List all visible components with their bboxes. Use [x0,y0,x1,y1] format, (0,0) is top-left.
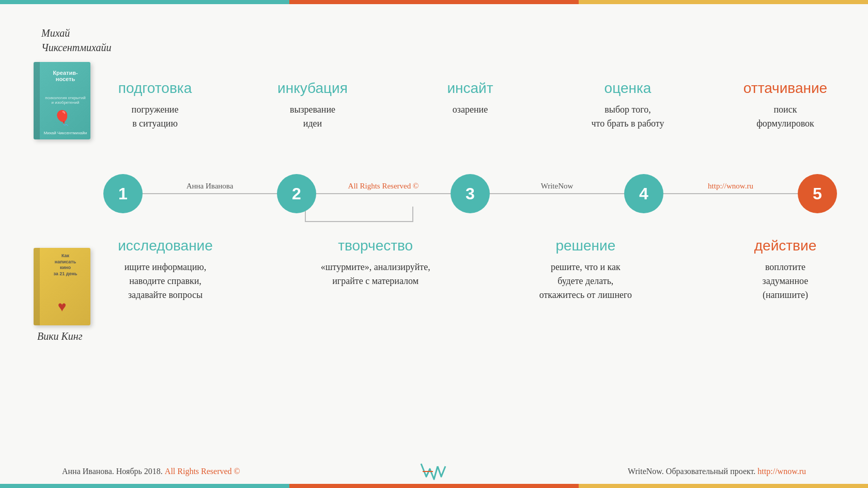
book-top-title: Креатив-носеть [43,70,88,82]
step-col-5: оттачивание поискформулировок [734,80,837,131]
step-2-desc: вызреваниеидеи [290,103,335,131]
author-top: Михай Чиксентмихайи [41,26,112,55]
step-bottom-1-desc: ищите информацию,наводите справки,задава… [125,260,207,302]
book-top-balloon: 🎈 [53,109,71,127]
step-col-1: подготовка погружениев ситуацию [103,80,207,131]
footer-logo [419,461,450,482]
timeline-label-3: WriteNow [541,182,574,191]
top-bar-orange [289,0,579,4]
footer-right: WriteNow. Образовательный проект. http:/… [628,467,806,476]
step-bottom-3-title: решение [555,238,615,254]
step-2-title: инкубация [277,80,348,97]
step-bottom-4-title: действие [754,238,816,254]
timeline-label-1: Анна Иванова [187,182,234,191]
step-bottom-2-desc: «штурмите», анализируйте,играйте с матер… [321,260,430,288]
circle-1: 1 [103,174,143,213]
step-bottom-4-desc: воплотитезадуманное(напишите) [763,260,809,302]
step-bottom-col-3: решение решите, что и какбудете делать,о… [523,238,647,302]
steps-top-row: подготовка погружениев ситуацию инкубаци… [103,80,837,131]
book-heart-icon: ♥ [58,298,67,315]
steps-bottom-row: исследование ищите информацию,наводите с… [103,238,837,302]
footer-right-highlight: http://wnow.ru [755,467,806,476]
footer-left: Анна Иванова. Ноябрь 2018. All Rights Re… [62,467,240,476]
footer: Анна Иванова. Ноябрь 2018. All Rights Re… [0,461,868,482]
footer-left-highlight: All Rights Reserved © [163,467,240,476]
top-bar-teal [0,0,289,4]
writenow-logo-icon [419,461,450,482]
circle-5-number: 5 [813,184,822,203]
bottom-bar-teal [0,484,289,488]
page: Михай Чиксентмихайи Креатив-носеть психо… [0,0,868,488]
step-col-4: оценка выбор того,что брать в работу [576,80,679,131]
circle-3-number: 3 [466,184,475,203]
step-bottom-1-title: исследование [118,238,213,254]
circle-2-number: 2 [292,184,301,203]
circle-1-number: 1 [118,184,128,203]
timeline-line-1-2: Анна Иванова [143,193,277,194]
step-5-desc: поискформулировок [756,103,814,131]
step-3-desc: озарение [453,103,488,117]
circle-3: 3 [451,174,490,213]
step-bottom-2-title: творчество [338,238,413,254]
top-color-bar [0,0,868,4]
footer-left-static: Анна Иванова. Ноябрь 2018. [62,467,163,476]
circle-4-number: 4 [639,184,648,203]
bottom-bar-yellow [579,484,868,488]
step-bottom-3-desc: решите, что и какбудете делать,откажитес… [539,260,632,302]
author-top-line2: Чиксентмихайи [41,40,112,55]
top-bar-yellow [579,0,868,4]
timeline-label-2: All Rights Reserved © [348,182,419,191]
step-1-title: подготовка [118,80,192,97]
timeline-line-4-5: http://wnow.ru [663,193,798,194]
step-1-desc: погружениев ситуацию [132,103,179,131]
bottom-bar-orange [289,484,579,488]
book-top-author-small: Михай Чиксентмихайи [43,131,88,135]
book-bottom-image: Какнаписатькиноза 21 день ♥ [34,248,90,325]
timeline-row: 1 Анна Иванова 2 All Rights Reserved © 3… [103,173,837,214]
footer-right-static: WriteNow. Образовательный проект. [628,467,755,476]
step-bottom-col-2: творчество «штурмите», анализируйте,игра… [314,238,438,288]
circle-2: 2 [277,174,316,213]
author-bottom: Вики Кинг [37,330,83,342]
timeline-line-3-4: WriteNow [490,193,624,194]
step-bottom-col-4: действие воплотитезадуманное(напишите) [734,238,837,302]
step-col-3: инсайт озарение [419,80,522,117]
book-bottom-title: Какнаписатькиноза 21 день [43,253,88,277]
bottom-color-bar [0,484,868,488]
circle-5: 5 [798,174,837,213]
step-4-desc: выбор того,что брать в работу [592,103,664,131]
step-bottom-col-1: исследование ищите информацию,наводите с… [103,238,227,302]
circle-4: 4 [624,174,663,213]
step-3-title: инсайт [447,80,493,97]
timeline-line-2-3: All Rights Reserved © [316,193,451,194]
step-4-title: оценка [605,80,652,97]
bracket-2-3 [305,207,413,222]
author-top-line1: Михай [41,26,112,40]
timeline-label-4: http://wnow.ru [708,182,753,191]
book-top-subtitle: психология открытийи изобретений [43,96,88,105]
step-5-title: оттачивание [743,80,827,97]
step-col-2: инкубация вызреваниеидеи [261,80,364,131]
book-top-image: Креатив-носеть психология открытийи изоб… [34,62,90,139]
